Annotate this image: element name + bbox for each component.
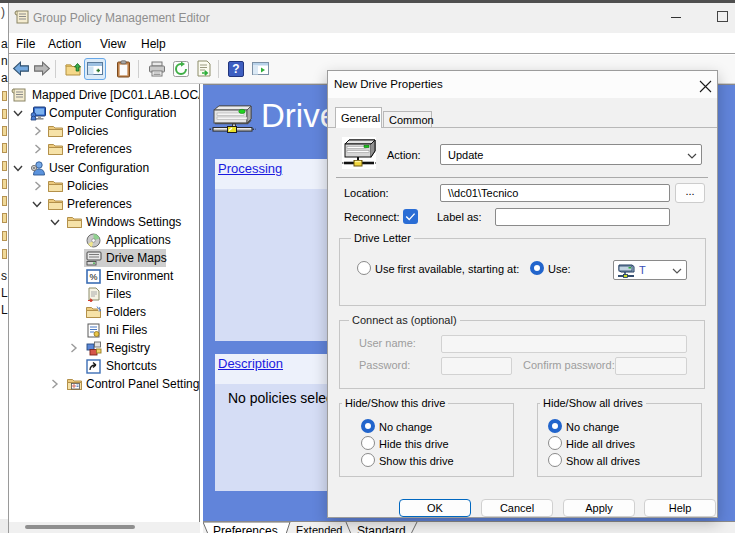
- svg-text:%: %: [89, 272, 97, 282]
